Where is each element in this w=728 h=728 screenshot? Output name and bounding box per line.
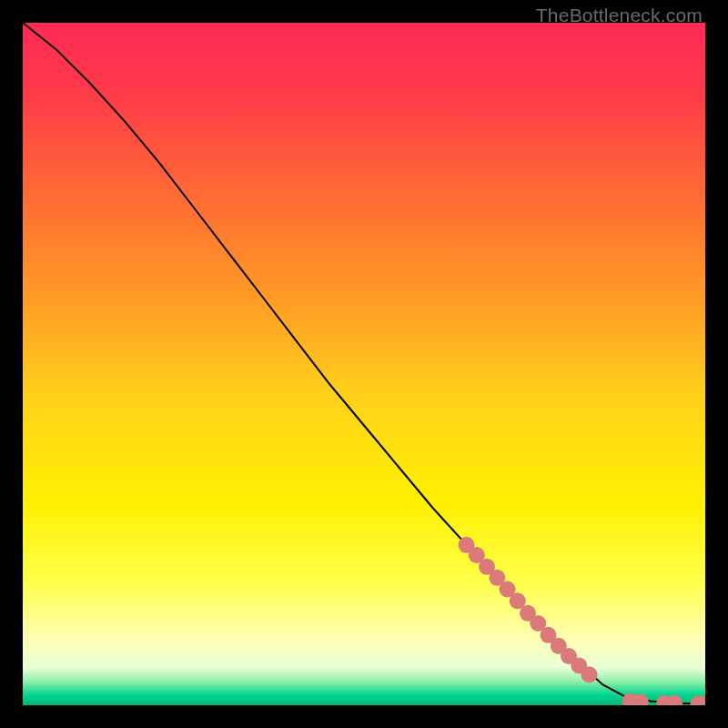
- plot-area: [23, 23, 705, 705]
- bottleneck-curve: [23, 23, 705, 704]
- data-markers: [459, 537, 706, 705]
- curve-layer: [23, 23, 705, 705]
- data-point: [581, 666, 598, 682]
- stage: TheBottleneck.com: [0, 0, 728, 728]
